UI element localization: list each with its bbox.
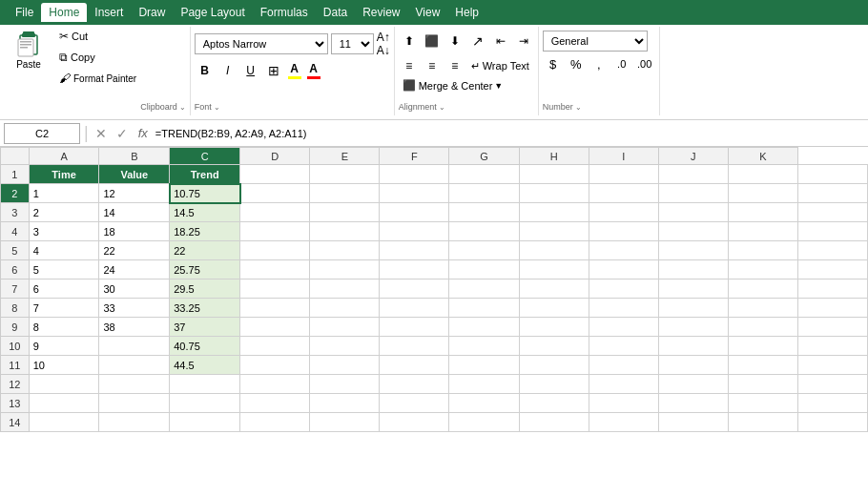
- cell-13-11[interactable]: [798, 394, 868, 413]
- row-header-12[interactable]: 12: [1, 375, 30, 394]
- cell-10-10[interactable]: [728, 337, 797, 356]
- cell-1-4[interactable]: [310, 165, 380, 184]
- cell-12-1[interactable]: [99, 375, 170, 394]
- cell-4-6[interactable]: [449, 222, 519, 241]
- cell-1-0[interactable]: Time: [29, 165, 99, 184]
- cell-5-10[interactable]: [728, 241, 797, 260]
- col-header-H[interactable]: H: [519, 148, 589, 165]
- row-header-11[interactable]: 11: [1, 356, 30, 375]
- number-format-select[interactable]: General: [543, 31, 648, 52]
- format-painter-button[interactable]: 🖌 Format Painter: [55, 69, 140, 88]
- menu-pagelayout[interactable]: Page Layout: [173, 3, 252, 22]
- cell-14-0[interactable]: [29, 413, 99, 432]
- cell-8-11[interactable]: [798, 299, 868, 318]
- cell-2-4[interactable]: [310, 184, 380, 203]
- cell-6-8[interactable]: [589, 260, 658, 280]
- cell-9-7[interactable]: [519, 318, 589, 337]
- currency-button[interactable]: $: [543, 53, 564, 74]
- comma-button[interactable]: ,: [589, 53, 610, 74]
- cell-8-4[interactable]: [310, 299, 380, 318]
- formula-input[interactable]: [155, 123, 864, 144]
- cell-11-4[interactable]: [310, 356, 380, 375]
- cell-5-9[interactable]: [658, 241, 728, 260]
- cell-7-11[interactable]: [798, 280, 868, 299]
- underline-button[interactable]: U: [240, 60, 261, 81]
- cell-12-3[interactable]: [240, 375, 310, 394]
- cell-2-1[interactable]: 12: [99, 184, 170, 203]
- cell-7-4[interactable]: [310, 280, 380, 299]
- cell-3-2[interactable]: 14.5: [170, 203, 240, 222]
- row-header-3[interactable]: 3: [1, 203, 30, 222]
- cell-1-10[interactable]: [728, 165, 797, 184]
- cell-12-10[interactable]: [728, 375, 797, 394]
- italic-button[interactable]: I: [217, 60, 238, 81]
- cell-2-2[interactable]: 10.75: [170, 184, 240, 203]
- text-angle-button[interactable]: ↗: [467, 31, 488, 52]
- cell-12-5[interactable]: [380, 375, 449, 394]
- cell-5-1[interactable]: 22: [99, 241, 170, 260]
- cell-3-8[interactable]: [589, 203, 658, 222]
- cell-9-6[interactable]: [449, 318, 519, 337]
- cell-14-4[interactable]: [310, 413, 380, 432]
- cell-7-7[interactable]: [519, 280, 589, 299]
- cell-12-7[interactable]: [519, 375, 589, 394]
- cell-8-2[interactable]: 33.25: [170, 299, 240, 318]
- cell-2-3[interactable]: [240, 184, 310, 203]
- cell-2-6[interactable]: [449, 184, 519, 203]
- cell-10-6[interactable]: [449, 337, 519, 356]
- menu-help[interactable]: Help: [447, 3, 486, 22]
- cell-6-3[interactable]: [240, 260, 310, 280]
- decrease-decimal-button[interactable]: .0: [611, 53, 632, 74]
- number-expander[interactable]: ⌄: [575, 103, 582, 112]
- align-expander[interactable]: ⌄: [439, 103, 445, 112]
- cell-1-9[interactable]: [658, 165, 728, 184]
- col-header-B[interactable]: B: [99, 148, 170, 165]
- align-left-button[interactable]: ≡: [399, 55, 420, 76]
- row-header-6[interactable]: 6: [1, 260, 30, 280]
- row-header-7[interactable]: 7: [1, 280, 30, 299]
- cell-7-1[interactable]: 30: [99, 280, 170, 299]
- merge-dropdown-icon[interactable]: ▼: [494, 81, 503, 91]
- cell-9-2[interactable]: 37: [170, 318, 240, 337]
- wrap-text-button[interactable]: ↵ Wrap Text: [467, 59, 533, 73]
- font-name-select[interactable]: Aptos Narrow: [195, 33, 328, 54]
- indent-increase-button[interactable]: ⇥: [513, 31, 534, 52]
- cell-8-10[interactable]: [728, 299, 797, 318]
- indent-decrease-button[interactable]: ⇤: [490, 31, 511, 52]
- menu-home[interactable]: Home: [41, 3, 87, 22]
- cell-11-0[interactable]: 10: [29, 356, 99, 375]
- cell-6-1[interactable]: 24: [99, 260, 170, 280]
- cell-10-2[interactable]: 40.75: [170, 337, 240, 356]
- col-header-I[interactable]: I: [589, 148, 658, 165]
- cell-5-6[interactable]: [449, 241, 519, 260]
- cell-10-3[interactable]: [240, 337, 310, 356]
- row-header-10[interactable]: 10: [1, 337, 30, 356]
- percent-button[interactable]: %: [566, 53, 587, 74]
- cell-9-10[interactable]: [728, 318, 797, 337]
- align-right-button[interactable]: ≡: [444, 55, 465, 76]
- cell-3-5[interactable]: [380, 203, 449, 222]
- col-header-F[interactable]: F: [380, 148, 449, 165]
- confirm-formula-button[interactable]: ✓: [114, 126, 131, 141]
- cell-10-9[interactable]: [658, 337, 728, 356]
- cell-13-5[interactable]: [380, 394, 449, 413]
- cell-8-1[interactable]: 33: [99, 299, 170, 318]
- cell-10-1[interactable]: [99, 337, 170, 356]
- cell-10-11[interactable]: [798, 337, 868, 356]
- font-size-select[interactable]: 11: [331, 33, 374, 54]
- row-header-9[interactable]: 9: [1, 318, 30, 337]
- cell-14-8[interactable]: [589, 413, 658, 432]
- cell-3-11[interactable]: [798, 203, 868, 222]
- col-header-A[interactable]: A: [29, 148, 99, 165]
- cell-3-9[interactable]: [658, 203, 728, 222]
- bold-button[interactable]: B: [195, 60, 216, 81]
- cell-13-2[interactable]: [170, 394, 240, 413]
- cell-1-3[interactable]: [240, 165, 310, 184]
- cell-7-6[interactable]: [449, 280, 519, 299]
- cell-2-8[interactable]: [589, 184, 658, 203]
- cancel-formula-button[interactable]: ✕: [93, 126, 110, 141]
- cell-8-9[interactable]: [658, 299, 728, 318]
- cell-3-10[interactable]: [728, 203, 797, 222]
- cell-14-5[interactable]: [380, 413, 449, 432]
- cell-5-3[interactable]: [240, 241, 310, 260]
